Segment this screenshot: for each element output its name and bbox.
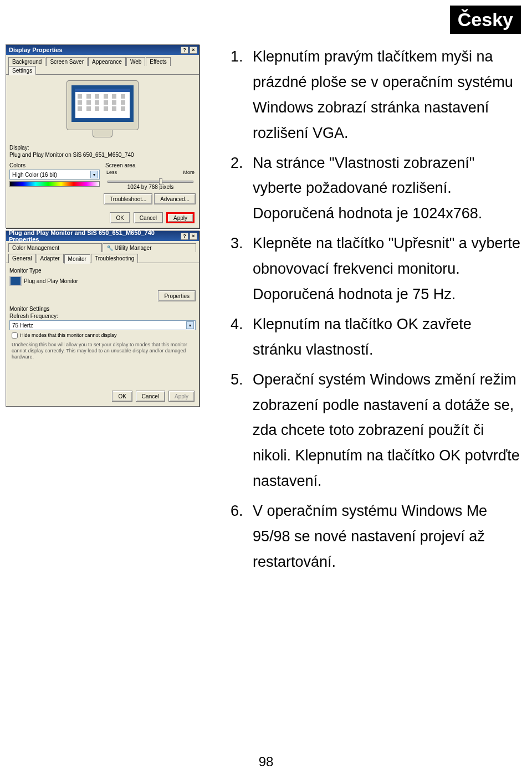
tab-general[interactable]: General xyxy=(8,254,36,263)
language-badge: Česky xyxy=(450,6,521,34)
color-spectrum-bar xyxy=(9,181,100,187)
color-depth-dropdown[interactable]: High Color (16 bit) ▾ xyxy=(9,170,100,180)
page-number: 98 xyxy=(259,754,274,770)
monitor-settings-label: Monitor Settings xyxy=(9,306,196,312)
help-button[interactable]: ? xyxy=(181,233,188,240)
tab-adapter[interactable]: Adapter xyxy=(37,254,64,263)
resolution-slider[interactable] xyxy=(108,181,193,183)
advanced-button[interactable]: Advanced... xyxy=(154,193,196,204)
titlebar: Display Properties ? × xyxy=(6,45,199,55)
ok-button[interactable]: OK xyxy=(112,391,132,402)
util-icon: 🔧 xyxy=(106,245,113,251)
troubleshoot-button[interactable]: Troubleshoot... xyxy=(104,193,152,204)
refresh-label: Refresh Frequency: xyxy=(9,313,196,319)
step-6: V operačním systému Windows Me 95/98 se … xyxy=(247,499,521,575)
display-label: Display: xyxy=(9,145,196,151)
display-properties-dialog: Display Properties ? × Background Screen… xyxy=(6,44,200,228)
close-button[interactable]: × xyxy=(190,233,197,240)
tab-monitor[interactable]: Monitor xyxy=(64,254,90,264)
properties-button[interactable]: Properties xyxy=(158,290,196,301)
instruction-text: Klepnutím pravým tlačítkem myši na prázd… xyxy=(205,44,532,580)
close-button[interactable]: × xyxy=(190,47,197,54)
display-value: Plug and Play Monitor on SiS 650_651_M65… xyxy=(9,152,196,158)
help-button[interactable]: ? xyxy=(181,47,188,54)
step-2: Na stránce "Vlastnosti zobrazení" vybert… xyxy=(247,151,521,227)
titlebar-buttons: ? × xyxy=(181,233,197,240)
tab-troubleshooting[interactable]: Troubleshooting xyxy=(91,254,138,263)
page-content: Display Properties ? × Background Screen… xyxy=(0,44,532,580)
step-5: Operační systém Windows změní režim zobr… xyxy=(247,367,521,494)
dialog-title: Display Properties xyxy=(9,47,63,53)
tab-settings[interactable]: Settings xyxy=(8,66,36,75)
dialog-body: Monitor Type Plug and Play Monitor Prope… xyxy=(6,263,199,386)
monitor-preview xyxy=(61,80,144,141)
hide-modes-checkbox[interactable] xyxy=(12,332,18,339)
screenshot-column: Display Properties ? × Background Screen… xyxy=(6,44,205,409)
monitor-type-value: Plug and Play Monitor xyxy=(24,278,78,284)
tab-strip-row2: General Adapter Monitor Troubleshooting xyxy=(6,252,199,263)
chevron-down-icon: ▾ xyxy=(186,321,194,329)
cancel-button[interactable]: Cancel xyxy=(134,212,163,223)
tab-utility-manager[interactable]: 🔧 Utility Manager xyxy=(103,243,196,252)
instruction-list: Klepnutím pravým tlačítkem myši na prázd… xyxy=(222,44,521,575)
tab-background[interactable]: Background xyxy=(8,57,45,66)
slider-more-label: More xyxy=(183,170,195,175)
tab-appearance[interactable]: Appearance xyxy=(88,57,126,66)
tab-utility-label: Utility Manager xyxy=(115,245,152,251)
apply-button[interactable]: Apply xyxy=(166,212,195,223)
slider-thumb[interactable] xyxy=(159,178,162,185)
titlebar-buttons: ? × xyxy=(181,47,197,54)
slider-less-label: Less xyxy=(106,170,117,175)
apply-button[interactable]: Apply xyxy=(168,391,195,402)
step-4: Klepnutím na tlačítko OK zavřete stránku… xyxy=(247,312,521,363)
titlebar: Plug and Play Monitor and SiS 650_651_M6… xyxy=(6,231,199,241)
colors-label: Colors xyxy=(9,162,100,168)
color-depth-value: High Color (16 bit) xyxy=(12,172,57,178)
hide-modes-info: Unchecking this box will allow you to se… xyxy=(9,341,196,361)
monitor-icon xyxy=(9,276,22,286)
step-1: Klepnutím pravým tlačítkem myši na prázd… xyxy=(247,44,521,146)
dialog-title: Plug and Play Monitor and SiS 650_651_M6… xyxy=(9,229,181,243)
cancel-button[interactable]: Cancel xyxy=(136,391,165,402)
tab-color-management[interactable]: Color Management xyxy=(8,243,102,252)
refresh-value: 75 Hertz xyxy=(12,322,33,329)
tab-web[interactable]: Web xyxy=(126,57,145,66)
step-3: Klepněte na tlačítko "Upřesnit" a vybert… xyxy=(247,231,521,307)
tab-effects[interactable]: Effects xyxy=(146,57,170,66)
monitor-type-label: Monitor Type xyxy=(9,268,196,274)
tab-screensaver[interactable]: Screen Saver xyxy=(46,57,88,66)
ok-button[interactable]: OK xyxy=(110,212,130,223)
dialog-body: Display: Plug and Play Monitor on SiS 65… xyxy=(6,75,199,208)
hide-modes-label: Hide modes that this monitor cannot disp… xyxy=(20,332,117,338)
monitor-properties-dialog: Plug and Play Monitor and SiS 650_651_M6… xyxy=(6,230,200,407)
refresh-frequency-dropdown[interactable]: 75 Hertz ▾ xyxy=(9,320,196,330)
screenarea-label: Screen area xyxy=(105,162,196,168)
tab-strip: Background Screen Saver Appearance Web E… xyxy=(6,55,199,75)
resolution-text: 1024 by 768 pixels xyxy=(105,184,196,190)
chevron-down-icon: ▾ xyxy=(90,171,98,178)
